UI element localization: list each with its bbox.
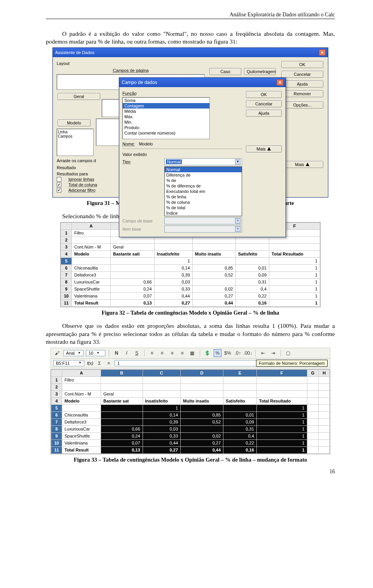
cell[interactable] [307, 383, 319, 390]
font-size-selector[interactable]: 10▼ [86, 350, 105, 356]
cell[interactable]: 0,31 [223, 425, 257, 432]
cell[interactable] [223, 376, 257, 383]
cell[interactable]: Geral [111, 243, 155, 250]
cell[interactable] [111, 264, 155, 271]
fn-option[interactable]: Média [123, 108, 209, 114]
cell[interactable]: 0,07 [111, 292, 155, 299]
cell[interactable] [62, 404, 101, 411]
align-left-icon[interactable]: ≡ [148, 349, 156, 357]
type-option[interactable]: % de coluna [165, 200, 242, 205]
cell[interactable]: 0,09 [223, 418, 257, 425]
cell[interactable] [72, 257, 111, 264]
bold-button[interactable]: N [113, 349, 120, 357]
name-box[interactable]: B5:F11▼ [53, 360, 84, 366]
cell[interactable] [307, 411, 319, 418]
remove-decimal-icon[interactable]: .00↓ [244, 349, 252, 357]
currency-icon[interactable]: 💲 [204, 349, 211, 357]
cell[interactable] [319, 418, 330, 425]
btn-cancel-inner[interactable]: Cancelar [246, 100, 282, 107]
cell[interactable]: Filtro [62, 376, 101, 383]
cell[interactable] [181, 390, 223, 397]
col-header[interactable]: F [256, 369, 307, 376]
col-header[interactable]: E [223, 369, 257, 376]
col-header[interactable]: A [72, 222, 111, 229]
cell[interactable] [235, 257, 269, 264]
cell[interactable]: 0,44 [192, 299, 235, 306]
row-header[interactable]: 10 [61, 292, 72, 299]
cell[interactable] [101, 404, 143, 411]
cell[interactable]: 1 [256, 404, 307, 411]
cell[interactable]: 0,39 [143, 418, 180, 425]
cell[interactable]: Valentiniana [62, 439, 101, 446]
row-header[interactable]: 7 [61, 271, 72, 278]
cell[interactable]: 0,44 [154, 292, 192, 299]
cell[interactable]: Muito insatis [181, 397, 223, 404]
dropdown-tipo-open[interactable]: NormalDiferença de% de% de diferença deE… [164, 166, 242, 216]
cell[interactable]: Total Result [62, 446, 101, 453]
cell[interactable] [62, 383, 101, 390]
cell[interactable]: 1 [269, 271, 320, 278]
cell[interactable]: 1 [269, 299, 320, 306]
cell[interactable]: 1 [269, 264, 320, 271]
cell[interactable]: Chiconaultla [62, 411, 101, 418]
align-right-icon[interactable]: ≡ [168, 349, 176, 357]
cell[interactable] [319, 397, 330, 404]
cell[interactable] [111, 236, 155, 243]
underline-button[interactable]: S [133, 349, 141, 357]
cell[interactable]: 0,66 [111, 278, 155, 285]
borders-icon[interactable]: ▢ [284, 349, 292, 357]
cell[interactable] [223, 383, 257, 390]
row-fields-left[interactable]: Linha Campos [57, 129, 94, 156]
btn-more-inner[interactable]: Mais ⯅ [246, 145, 282, 152]
fn-option[interactable]: Soma [123, 98, 209, 103]
cell[interactable]: Total Resultado [256, 397, 307, 404]
cell[interactable]: 0,39 [154, 271, 192, 278]
row-header[interactable]: 2 [51, 383, 62, 390]
cell[interactable]: 0,13 [101, 446, 143, 453]
col-header[interactable]: B [101, 369, 143, 376]
row-header[interactable]: 5 [61, 257, 72, 264]
btn-ok-outer[interactable]: OK [281, 61, 323, 68]
cell[interactable]: 1 [256, 418, 307, 425]
btn-ok-inner[interactable]: OK [246, 91, 282, 98]
merge-icon[interactable]: ▦ [188, 349, 196, 357]
cell[interactable] [307, 418, 319, 425]
cell[interactable]: 1 [269, 257, 320, 264]
cell[interactable] [256, 383, 307, 390]
cell[interactable] [192, 243, 235, 250]
cell[interactable]: 1 [256, 411, 307, 418]
cell[interactable]: Total Result [72, 299, 111, 306]
row-header[interactable]: 5 [51, 404, 62, 411]
dialog-titlebar[interactable]: Assistente de Dados × [53, 48, 328, 57]
btn-help-outer[interactable]: Ajuda [281, 80, 323, 88]
cell[interactable] [111, 271, 155, 278]
cell[interactable]: 0,27 [181, 439, 223, 446]
cell[interactable]: 0,22 [223, 439, 257, 446]
cell[interactable] [154, 243, 192, 250]
cell[interactable]: 0,24 [111, 285, 155, 292]
cell[interactable]: 1 [256, 439, 307, 446]
cell[interactable] [319, 376, 330, 383]
type-option[interactable]: Executando total em [165, 189, 242, 194]
cell[interactable]: Modelo [72, 250, 111, 257]
cell[interactable] [223, 390, 257, 397]
cell[interactable]: 0,27 [143, 446, 180, 453]
cell[interactable]: Modelo [62, 397, 101, 404]
cell[interactable]: 0,52 [181, 418, 223, 425]
italic-button[interactable]: I [123, 349, 131, 357]
dec-indent-icon[interactable]: ⇤ [259, 349, 267, 357]
fn-option[interactable]: Contagem [123, 103, 209, 108]
cell[interactable]: 0,4 [235, 285, 269, 292]
font-selector[interactable]: Arial▼ [63, 350, 84, 356]
fn-option[interactable]: Min. [123, 119, 209, 125]
cell[interactable] [319, 432, 330, 439]
cell[interactable] [256, 376, 307, 383]
cell[interactable]: LuxuriousCar [72, 278, 111, 285]
cell[interactable] [307, 397, 319, 404]
cell[interactable]: SpaceShuttle [62, 432, 101, 439]
cell[interactable] [235, 236, 269, 243]
listbox-funcao[interactable]: SomaContagemMédiaMáx.Min.ProdutoContar (… [122, 97, 210, 139]
col-header[interactable]: C [143, 369, 180, 376]
cell[interactable]: 0,13 [111, 299, 155, 306]
col-header[interactable]: D [181, 369, 223, 376]
